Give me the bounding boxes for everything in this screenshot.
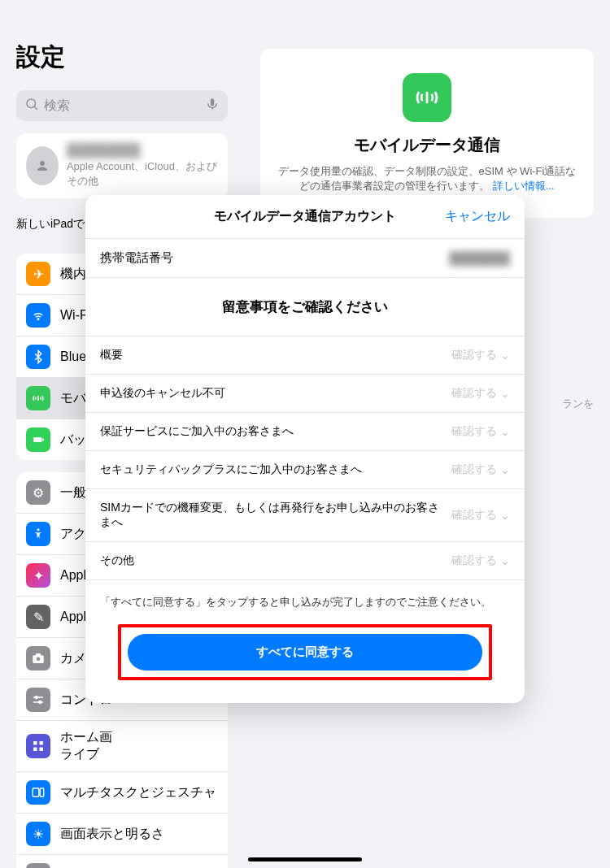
modal-section-title: 留意事項をご確認ください bbox=[85, 278, 525, 336]
highlight-annotation: すべてに同意する bbox=[118, 624, 492, 680]
chevron-down-icon: ⌄ bbox=[500, 387, 510, 400]
confirm-row-warranty[interactable]: 保証サービスにご加入中のお客さまへ 確認する⌄ bbox=[85, 413, 525, 451]
modal-dialog: モバイルデータ通信アカウント キャンセル 携帯電話番号 ███████ 留意事項… bbox=[85, 195, 525, 703]
phone-label: 携帯電話番号 bbox=[100, 250, 173, 266]
confirm-row-other[interactable]: その他 確認する⌄ bbox=[85, 542, 525, 580]
confirm-row-sim[interactable]: SIMカードでの機種変更、もしくは再発行をお申し込み中のお客さまへ 確認する⌄ bbox=[85, 489, 525, 542]
chevron-down-icon: ⌄ bbox=[500, 554, 510, 567]
cancel-button[interactable]: キャンセル bbox=[445, 208, 510, 225]
confirm-row-security[interactable]: セキュリティパックプラスにご加入中のお客さまへ 確認する⌄ bbox=[85, 451, 525, 489]
phone-row: 携帯電話番号 ███████ bbox=[85, 239, 525, 278]
chevron-down-icon: ⌄ bbox=[500, 425, 510, 438]
chevron-down-icon: ⌄ bbox=[500, 349, 510, 362]
confirm-action: 確認する⌄ bbox=[451, 348, 510, 362]
agree-all-button[interactable]: すべてに同意する bbox=[128, 634, 482, 671]
modal-header: モバイルデータ通信アカウント キャンセル bbox=[85, 195, 525, 239]
confirm-row-overview[interactable]: 概要 確認する⌄ bbox=[85, 336, 525, 375]
phone-value: ███████ bbox=[450, 251, 510, 265]
chevron-down-icon: ⌄ bbox=[500, 509, 510, 522]
confirm-row-cancel-policy[interactable]: 申込後のキャンセル不可 確認する⌄ bbox=[85, 375, 525, 413]
home-indicator[interactable] bbox=[248, 857, 362, 861]
chevron-down-icon: ⌄ bbox=[500, 463, 510, 476]
modal-note: 「すべてに同意する」をタップすると申し込みが完了しますのでご注意ください。 bbox=[85, 580, 525, 624]
